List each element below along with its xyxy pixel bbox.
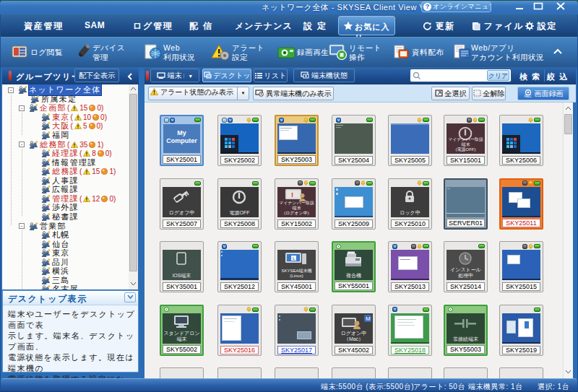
svg-text:!: ! xyxy=(291,191,293,199)
svg-text:M: M xyxy=(366,315,371,322)
svg-text:REC: REC xyxy=(525,95,532,98)
